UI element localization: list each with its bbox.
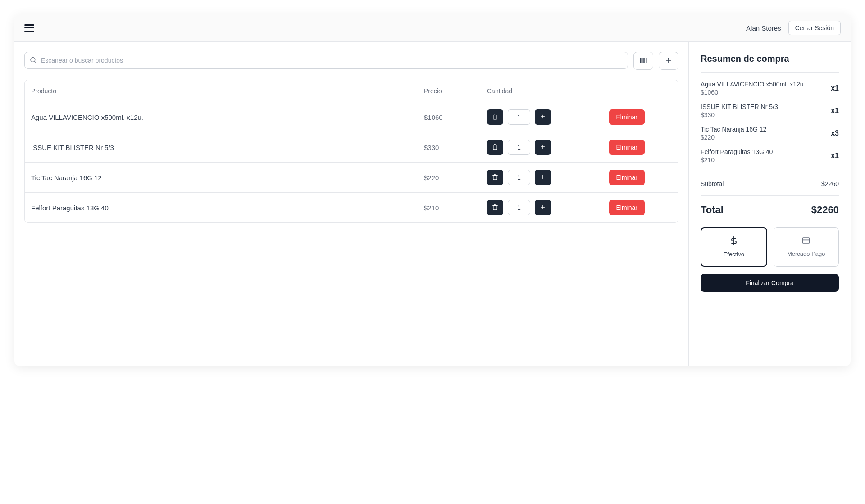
svg-rect-5: [643, 58, 644, 63]
divider: [701, 195, 839, 196]
product-price: $330: [424, 144, 487, 151]
card-icon: [801, 236, 810, 247]
add-button[interactable]: [659, 52, 678, 70]
svg-line-1: [34, 61, 36, 63]
plus-icon: [540, 174, 546, 181]
decrement-button[interactable]: [487, 140, 503, 155]
summary-item-name: Tic Tac Naranja 16G 12: [701, 126, 766, 133]
header: Alan Stores Cerrar Sesión: [14, 14, 851, 42]
decrement-button[interactable]: [487, 109, 503, 125]
trash-icon: [492, 144, 498, 151]
summary-item-qty: x1: [831, 84, 839, 92]
svg-rect-2: [640, 58, 641, 63]
summary-item-qty: x3: [831, 129, 839, 137]
quantity-group: [487, 200, 604, 215]
subtotal-row: Subtotal $2260: [701, 180, 839, 187]
col-header-quantity: Cantidad: [487, 87, 604, 95]
logout-button[interactable]: Cerrar Sesión: [788, 21, 841, 35]
summary-item-price: $220: [701, 134, 766, 141]
divider: [701, 72, 839, 73]
summary-title: Resumen de compra: [701, 54, 839, 64]
summary-item-name: Felfort Paraguitas 13G 40: [701, 148, 773, 155]
search-wrap: [24, 52, 628, 70]
product-name: Agua VILLAVICENCIO x500ml. x12u.: [31, 114, 424, 121]
payment-methods: Efectivo Mercado Pago: [701, 227, 839, 267]
user-name: Alan Stores: [746, 24, 781, 32]
search-icon: [30, 57, 36, 65]
quantity-input[interactable]: [508, 200, 530, 215]
products-table: Producto Precio Cantidad Agua VILLAVICEN…: [24, 80, 678, 223]
quantity-group: [487, 170, 604, 185]
quantity-input[interactable]: [508, 109, 530, 125]
quantity-input[interactable]: [508, 140, 530, 155]
product-price: $1060: [424, 114, 487, 121]
payment-mp-label: Mercado Pago: [787, 250, 825, 257]
trash-icon: [492, 114, 498, 121]
header-right: Alan Stores Cerrar Sesión: [746, 21, 841, 35]
increment-button[interactable]: [535, 200, 551, 215]
menu-icon[interactable]: [24, 24, 34, 32]
total-row: Total $2260: [701, 204, 839, 216]
summary-item-name: ISSUE KIT BLISTER Nr 5/3: [701, 103, 778, 110]
svg-rect-6: [644, 58, 645, 63]
action-cell: Elminar: [604, 140, 672, 155]
plus-icon: [540, 114, 546, 121]
quantity-group: [487, 140, 604, 155]
barcode-button[interactable]: [633, 52, 653, 70]
decrement-button[interactable]: [487, 200, 503, 215]
payment-mercado-pago[interactable]: Mercado Pago: [774, 227, 839, 267]
summary-item-price: $1060: [701, 89, 805, 96]
payment-cash[interactable]: Efectivo: [701, 227, 767, 267]
table-header: Producto Precio Cantidad: [25, 80, 678, 102]
finalize-button[interactable]: Finalizar Compra: [701, 274, 839, 292]
remove-button[interactable]: Elminar: [609, 170, 645, 185]
total-value: $2260: [811, 204, 839, 216]
plus-icon: [540, 144, 546, 151]
table-row: Agua VILLAVICENCIO x500ml. x12u. $1060 E…: [25, 102, 678, 132]
svg-rect-3: [641, 58, 642, 63]
quantity-input[interactable]: [508, 170, 530, 185]
summary-item-price: $210: [701, 156, 773, 163]
search-input[interactable]: [24, 52, 628, 69]
app-shell: Alan Stores Cerrar Sesión: [14, 14, 851, 366]
table-row: Felfort Paraguitas 13G 40 $210 Elminar: [25, 193, 678, 222]
summary-item-name: Agua VILLAVICENCIO x500ml. x12u.: [701, 81, 805, 88]
quantity-group: [487, 109, 604, 125]
increment-button[interactable]: [535, 140, 551, 155]
plus-icon: [665, 57, 672, 65]
remove-button[interactable]: Elminar: [609, 200, 645, 215]
trash-icon: [492, 174, 498, 182]
divider: [701, 172, 839, 172]
table-row: Tic Tac Naranja 16G 12 $220 Elminar: [25, 163, 678, 193]
remove-button[interactable]: Elminar: [609, 109, 645, 125]
increment-button[interactable]: [535, 109, 551, 125]
product-price: $210: [424, 204, 487, 212]
search-row: [24, 52, 678, 70]
product-name: Tic Tac Naranja 16G 12: [31, 174, 424, 182]
summary-item-price: $330: [701, 111, 778, 118]
dollar-icon: [729, 236, 738, 247]
summary-item-qty: x1: [831, 107, 839, 115]
subtotal-value: $2260: [821, 180, 839, 187]
main-panel: Producto Precio Cantidad Agua VILLAVICEN…: [14, 42, 688, 366]
barcode-icon: [639, 56, 648, 66]
product-price: $220: [424, 174, 487, 182]
table-row: ISSUE KIT BLISTER Nr 5/3 $330 Elminar: [25, 132, 678, 163]
summary-item: Felfort Paraguitas 13G 40 $210 x1: [701, 148, 839, 163]
total-label: Total: [701, 204, 724, 216]
trash-icon: [492, 204, 498, 212]
remove-button[interactable]: Elminar: [609, 140, 645, 155]
summary-item: ISSUE KIT BLISTER Nr 5/3 $330 x1: [701, 103, 839, 118]
plus-icon: [540, 204, 546, 211]
summary-item-qty: x1: [831, 152, 839, 160]
summary-item: Agua VILLAVICENCIO x500ml. x12u. $1060 x…: [701, 81, 839, 96]
summary-panel: Resumen de compra Agua VILLAVICENCIO x50…: [688, 42, 851, 366]
svg-rect-8: [646, 58, 647, 63]
subtotal-label: Subtotal: [701, 180, 724, 187]
action-cell: Elminar: [604, 170, 672, 185]
svg-rect-7: [646, 58, 646, 63]
col-header-product: Producto: [31, 87, 424, 95]
decrement-button[interactable]: [487, 170, 503, 185]
product-name: ISSUE KIT BLISTER Nr 5/3: [31, 144, 424, 151]
increment-button[interactable]: [535, 170, 551, 185]
